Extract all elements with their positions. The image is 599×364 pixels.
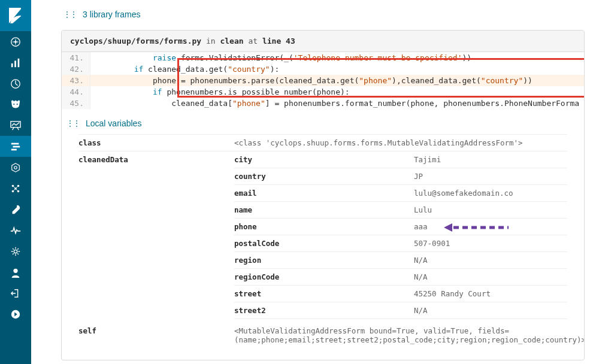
svg-point-17 xyxy=(14,250,17,253)
nav-dashboard[interactable] xyxy=(0,73,31,94)
library-frames-label: 3 library frames xyxy=(83,10,140,19)
in-text: in xyxy=(201,37,220,46)
local-variables-toggle[interactable]: ⋮⋮ Local variables xyxy=(62,109,584,134)
function-name: clean xyxy=(220,37,243,46)
nested-value: N/A xyxy=(414,256,567,265)
nested-key: phone xyxy=(234,222,414,231)
nested-value: JP xyxy=(414,172,567,181)
library-frames-toggle[interactable]: ⋮⋮ 3 library frames xyxy=(61,0,585,30)
stack-frame-box: cyclops/shuup/forms/forms.py in clean at… xyxy=(61,30,585,360)
nav-discover[interactable] xyxy=(0,31,31,52)
src: raise forms.ValidationError(_('Telephone… xyxy=(90,52,471,63)
dots-icon: ⋮⋮ xyxy=(63,10,77,19)
nav-logout[interactable] xyxy=(0,283,31,304)
arrow-annotation xyxy=(444,223,510,232)
nested-value: lulu@somefakedomain.co xyxy=(414,189,567,198)
var-value: <class 'cyclops.shuup.forms.forms.Mutabl… xyxy=(234,138,567,147)
nav-management[interactable] xyxy=(0,241,31,262)
nested-key: region xyxy=(234,256,414,265)
gutter: 44. xyxy=(62,86,90,98)
var-key: class xyxy=(78,138,234,147)
svg-point-5 xyxy=(13,104,14,105)
nested-row: postalCode507-0901 xyxy=(234,235,567,252)
gutter: 41. xyxy=(62,52,90,63)
nested-value: 507-0901 xyxy=(414,239,567,248)
at-text: at xyxy=(244,37,262,46)
var-row: cleanedData cityTajimi countryJP emaillu… xyxy=(78,151,567,323)
svg-rect-8 xyxy=(11,142,19,144)
nav-graph[interactable] xyxy=(0,178,31,199)
nested-value: aaa xyxy=(414,222,567,231)
var-row: class <class 'cyclops.shuup.forms.forms.… xyxy=(78,134,567,151)
nested-value: 45250 Randy Court xyxy=(414,289,567,298)
nav-timelion[interactable] xyxy=(0,94,31,115)
svg-point-11 xyxy=(14,166,17,169)
nav-account[interactable] xyxy=(0,262,31,283)
line-number-label: line 43 xyxy=(262,37,295,46)
svg-point-6 xyxy=(17,104,18,105)
var-key: self xyxy=(78,326,234,335)
nested-value: N/A xyxy=(414,272,567,281)
svg-rect-1 xyxy=(11,63,13,66)
dots-icon: ⋮⋮ xyxy=(66,119,80,128)
code-body: 41. raise forms.ValidationError(_('Telep… xyxy=(62,52,584,109)
var-key: cleanedData xyxy=(78,155,234,164)
nested-row: street45250 Randy Court xyxy=(234,286,567,302)
nested-value: Tajimi xyxy=(414,155,567,164)
nav-dev-tools[interactable] xyxy=(0,199,31,220)
nav-apm[interactable] xyxy=(0,136,31,157)
nested-key: regionCode xyxy=(234,272,414,281)
code-line-43: 43. phone = phonenumbers.parse(cleaned_d… xyxy=(62,75,584,86)
gutter: 45. xyxy=(62,98,90,109)
nested-row: regionN/A xyxy=(234,252,567,269)
nested-key: postalCode xyxy=(234,239,414,248)
nested-key: name xyxy=(234,205,414,214)
nested-row: nameLulu xyxy=(234,202,567,219)
nested-row: cityTajimi xyxy=(234,155,567,168)
nested-row: street2N/A xyxy=(234,302,567,319)
nested-key: street2 xyxy=(234,306,414,315)
nav-visualize[interactable] xyxy=(0,52,31,73)
nested-row: countryJP xyxy=(234,168,567,185)
nested-key: country xyxy=(234,172,414,181)
local-variables-label: Local variables xyxy=(86,119,141,128)
svg-rect-9 xyxy=(13,145,20,147)
code-line-42: 42. if cleaned_data.get("country"): xyxy=(62,63,584,75)
nested-key: email xyxy=(234,189,414,198)
sidebar xyxy=(0,0,31,364)
gutter: 42. xyxy=(62,63,90,75)
src: cleaned_data["phone"] = phonenumbers.for… xyxy=(90,98,579,109)
kibana-logo[interactable] xyxy=(0,0,31,31)
nested-value: Lulu xyxy=(414,205,567,214)
file-path: cyclops/shuup/forms/forms.py xyxy=(70,37,201,46)
gutter: 43. xyxy=(62,75,90,86)
nested-object: cityTajimi countryJP emaillulu@somefaked… xyxy=(234,155,567,319)
nested-key: street xyxy=(234,289,414,298)
svg-rect-2 xyxy=(14,60,16,67)
code-header: cyclops/shuup/forms/forms.py in clean at… xyxy=(62,31,584,52)
svg-rect-10 xyxy=(11,148,17,150)
nested-row-phone: phone aaa xyxy=(234,219,567,235)
svg-point-18 xyxy=(13,268,17,272)
nested-key: city xyxy=(234,155,414,164)
src: if phonenumbers.is_possible_number(phone… xyxy=(90,86,350,98)
nav-monitoring[interactable] xyxy=(0,220,31,241)
nav-infrastructure[interactable] xyxy=(0,157,31,178)
code-line-45: 45. cleaned_data["phone"] = phonenumbers… xyxy=(62,98,584,109)
nav-collapse[interactable] xyxy=(0,304,31,324)
var-row: self <MutableValidatingAddressForm bound… xyxy=(78,323,567,348)
nested-value: N/A xyxy=(414,306,567,315)
var-value: <MutableValidatingAddressForm bound=True… xyxy=(234,326,585,344)
src: if cleaned_data.get("country"): xyxy=(90,63,279,75)
nav-canvas[interactable] xyxy=(0,115,31,136)
local-variables-table: class <class 'cyclops.shuup.forms.forms.… xyxy=(62,134,584,360)
code-line-41: 41. raise forms.ValidationError(_('Telep… xyxy=(62,52,584,63)
src: phone = phonenumbers.parse(cleaned_data.… xyxy=(90,75,533,86)
svg-rect-3 xyxy=(18,58,20,66)
nested-row: emaillulu@somefakedomain.co xyxy=(234,185,567,202)
nested-row: regionCodeN/A xyxy=(234,269,567,286)
main-content: ⋮⋮ 3 library frames cyclops/shuup/forms/… xyxy=(31,0,599,364)
code-line-44: 44. if phonenumbers.is_possible_number(p… xyxy=(62,86,584,98)
